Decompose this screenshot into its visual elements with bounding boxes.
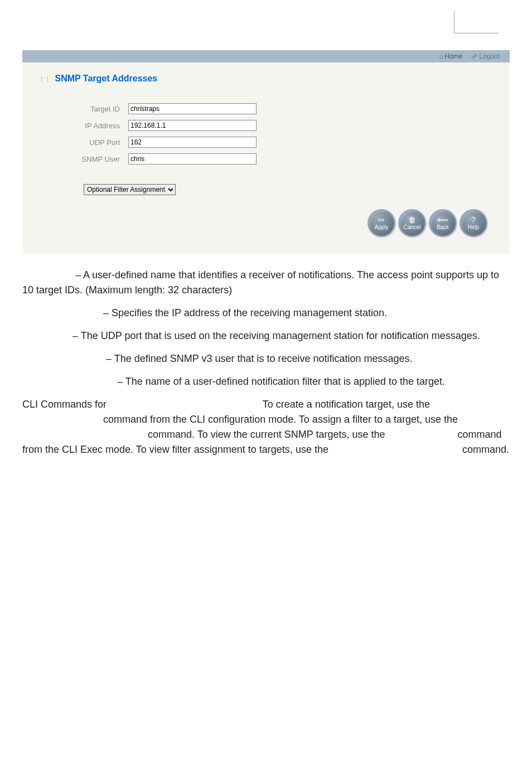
target-id-label: Target ID — [50, 100, 128, 117]
ip-address-input[interactable] — [128, 120, 257, 131]
doc-p6a: CLI Commands for — [22, 399, 109, 410]
header-bar: ⌂ Home ☍ Logout — [22, 50, 510, 62]
filter-dropdown-row: Optional Filter Assignment — [84, 184, 493, 195]
doc-p2-text: – Specifies the IP address of the receiv… — [100, 307, 387, 318]
panel-title-text: SNMP Target Addresses — [55, 74, 157, 83]
snmp-user-input[interactable] — [128, 153, 257, 165]
cancel-label: Cancel — [403, 224, 420, 230]
back-button[interactable]: ⟸ Back — [429, 209, 457, 237]
doc-target-id: – A user-defined name that identifies a … — [22, 268, 510, 298]
help-icon: ? — [471, 216, 476, 224]
help-button[interactable]: ? Help — [460, 209, 487, 237]
doc-p4-text: – The defined SNMP v3 user that is to re… — [103, 353, 413, 364]
doc-ip-address: – Specifies the IP address of the receiv… — [22, 306, 510, 321]
filter-assignment-dropdown[interactable]: Optional Filter Assignment — [84, 184, 176, 195]
snmp-user-row: SNMP User — [50, 151, 257, 167]
cancel-icon: 🗑 — [408, 216, 416, 224]
apply-button[interactable]: ⇨ Apply — [367, 209, 395, 237]
snmp-user-label: SNMP User — [50, 151, 128, 167]
doc-udp-port: – The UDP port that is used on the recei… — [22, 328, 510, 344]
doc-filter: – The name of a user-defined notificatio… — [22, 374, 510, 389]
home-label: Home — [444, 52, 462, 60]
apply-icon: ⇨ — [378, 216, 385, 224]
doc-snmp-user: – The defined SNMP v3 user that is to re… — [22, 351, 510, 366]
button-row: ⇨ Apply 🗑 Cancel ⟸ Back ? Help — [39, 209, 493, 237]
udp-port-label: UDP Port — [50, 134, 128, 151]
doc-p6c: command from the CLI configuration mode.… — [103, 414, 458, 425]
doc-p5-text: – The name of a user-defined notificatio… — [114, 376, 445, 387]
doc-p6d: command. To view the current SNMP target… — [148, 429, 388, 440]
doc-p1-text: – A user-defined name that identifies a … — [22, 269, 499, 296]
udp-port-row: UDP Port — [50, 134, 257, 151]
logout-link[interactable]: ☍ Logout — [467, 52, 504, 60]
crop-mark — [454, 11, 499, 33]
back-label: Back — [437, 224, 449, 230]
ip-address-label: IP Address — [50, 117, 128, 134]
target-id-input[interactable] — [128, 103, 257, 114]
documentation-text: – A user-defined name that identifies a … — [22, 268, 510, 457]
doc-p6b: To create a notification target, use the — [263, 399, 430, 410]
ip-address-row: IP Address — [50, 117, 257, 134]
main-panel: ⋮⋮ SNMP Target Addresses Target ID IP Ad… — [22, 62, 510, 254]
logout-label: Logout — [479, 52, 500, 60]
form-area: Target ID IP Address UDP Port SNMP User — [50, 100, 257, 167]
cancel-button[interactable]: 🗑 Cancel — [398, 209, 426, 237]
title-decoration-icon: ⋮⋮ — [39, 76, 50, 82]
apply-label: Apply — [374, 224, 388, 230]
target-id-row: Target ID — [50, 100, 257, 117]
doc-p3-text: – The UDP port that is used on the recei… — [70, 330, 480, 341]
doc-p6f: command. — [462, 444, 509, 455]
home-icon: ⌂ — [439, 53, 443, 60]
back-icon: ⟸ — [437, 216, 448, 224]
udp-port-input[interactable] — [128, 137, 257, 148]
doc-cli: CLI Commands for To create a notificatio… — [22, 397, 510, 457]
help-label: Help — [468, 224, 480, 230]
home-link[interactable]: ⌂ Home — [435, 52, 467, 60]
panel-title: ⋮⋮ SNMP Target Addresses — [39, 74, 493, 84]
logout-icon: ☍ — [471, 53, 477, 60]
